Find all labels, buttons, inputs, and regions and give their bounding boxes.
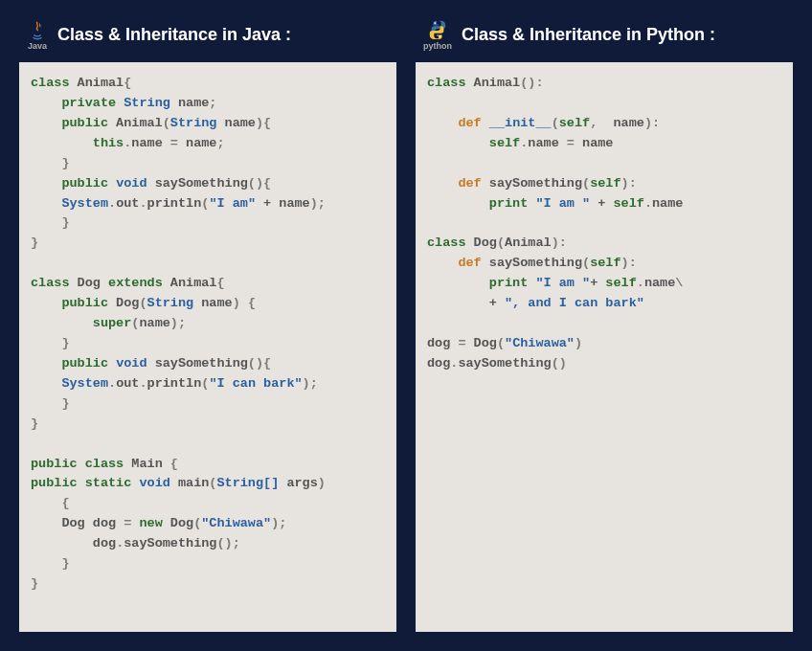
java-icon: Java: [27, 19, 48, 51]
java-code: class Animal{ private String name; publi…: [31, 74, 385, 595]
python-icon: python: [423, 19, 452, 51]
java-column: Java Class & Inheritance in Java : class…: [19, 11, 396, 632]
java-icon-label: Java: [28, 41, 47, 51]
python-header: python Class & Inheritance in Python :: [416, 11, 793, 62]
java-codebox: class Animal{ private String name; publi…: [19, 62, 396, 632]
java-header: Java Class & Inheritance in Java :: [19, 11, 396, 62]
python-title: Class & Inheritance in Python :: [462, 25, 715, 45]
python-code: class Animal(): def __init__(self, name)…: [427, 74, 781, 374]
python-column: python Class & Inheritance in Python : c…: [416, 11, 793, 632]
svg-point-1: [440, 35, 441, 37]
java-title: Class & Inheritance in Java :: [57, 25, 291, 45]
python-icon-label: python: [423, 41, 452, 51]
svg-point-0: [434, 22, 436, 24]
python-codebox: class Animal(): def __init__(self, name)…: [416, 62, 793, 632]
